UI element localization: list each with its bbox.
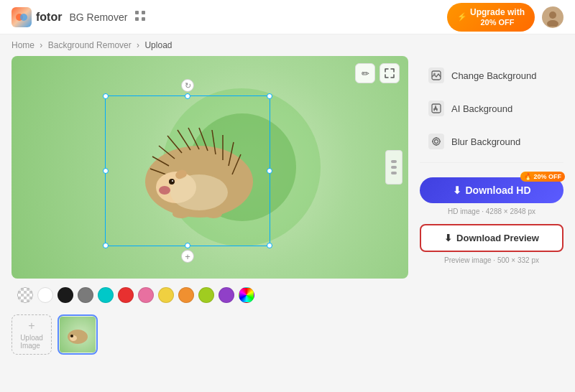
svg-rect-29 xyxy=(391,160,397,163)
pencil-tool-button[interactable]: ✏ xyxy=(355,63,375,83)
change-bg-label: Change Background xyxy=(451,70,537,81)
color-swatches xyxy=(12,284,408,306)
handle-mid-right[interactable] xyxy=(267,168,272,174)
logo[interactable]: fotor xyxy=(12,7,62,27)
logo-icon xyxy=(12,7,32,27)
svg-rect-30 xyxy=(391,166,397,169)
svg-point-7 xyxy=(549,11,556,19)
swatch-cyan[interactable] xyxy=(98,287,114,303)
swatch-transparent[interactable] xyxy=(17,287,33,303)
blur-bg-label: Blur Background xyxy=(451,136,520,147)
svg-point-36 xyxy=(433,73,436,75)
upload-label: UploadImage xyxy=(20,334,43,350)
ai-bg-icon xyxy=(428,101,444,116)
swatch-rainbow[interactable] xyxy=(239,287,254,303)
svg-rect-2 xyxy=(135,11,139,14)
grid-icon[interactable] xyxy=(134,10,146,24)
rotate-handle[interactable]: ↻ xyxy=(181,79,194,92)
thumbnail-preview xyxy=(60,317,96,353)
image-thumbnail[interactable] xyxy=(58,314,98,355)
bolt-icon: ⚡ xyxy=(457,12,467,22)
preview-image-info: Preview image · 500 × 332 px xyxy=(420,256,564,264)
swatch-yellow[interactable] xyxy=(158,287,174,303)
header: fotor BG Remover ⚡ Upgrade with 20% OFF xyxy=(0,0,575,34)
avatar[interactable] xyxy=(542,6,564,28)
header-right: ⚡ Upgrade with 20% OFF xyxy=(447,3,564,32)
handle-top-left[interactable] xyxy=(103,93,109,99)
swatch-gray[interactable] xyxy=(78,287,93,303)
svg-rect-3 xyxy=(142,11,145,14)
swatch-lime[interactable] xyxy=(198,287,214,303)
swatch-purple[interactable] xyxy=(218,287,234,303)
upload-image-button[interactable]: + UploadImage xyxy=(12,314,52,355)
handle-mid-left[interactable] xyxy=(103,168,109,174)
side-panel-indicator[interactable] xyxy=(385,150,402,185)
blur-background-option[interactable]: Blur Background xyxy=(420,126,564,157)
plus-icon: + xyxy=(28,319,34,332)
canvas-toolbar: ✏ xyxy=(355,63,400,83)
selection-box[interactable]: ↻ + xyxy=(105,95,270,246)
upgrade-button[interactable]: ⚡ Upgrade with 20% OFF xyxy=(447,3,535,32)
swatch-red[interactable] xyxy=(118,287,134,303)
right-panel: Change Background AI Background xyxy=(420,56,564,385)
expand-tool-button[interactable] xyxy=(380,63,400,83)
main-content: ↻ + ✏ xyxy=(0,56,575,392)
svg-point-38 xyxy=(433,138,440,145)
ai-background-option[interactable]: AI Background xyxy=(420,93,564,123)
handle-bottom-mid[interactable] xyxy=(185,243,190,248)
swatch-orange[interactable] xyxy=(178,287,194,303)
download-hd-button[interactable]: 🔥 20% OFF ⬇ Download HD xyxy=(420,177,564,203)
download-hd-label: Download HD xyxy=(466,185,531,196)
handle-top-mid[interactable] xyxy=(185,93,190,99)
logo-text: fotor xyxy=(36,11,62,24)
divider xyxy=(420,162,564,163)
swatch-white[interactable] xyxy=(37,287,53,303)
change-bg-icon xyxy=(428,67,444,83)
preview-download-icon: ⬇ xyxy=(444,233,452,243)
swatch-pink[interactable] xyxy=(138,287,154,303)
download-hd-badge: 🔥 20% OFF xyxy=(520,172,565,182)
handle-bottom-right[interactable] xyxy=(267,243,272,248)
svg-point-1 xyxy=(20,14,27,21)
svg-point-39 xyxy=(435,140,438,144)
thumbnail-strip: + UploadImage xyxy=(12,314,408,355)
download-preview-label: Download Preview xyxy=(456,233,539,243)
swatch-black[interactable] xyxy=(58,287,73,303)
svg-rect-5 xyxy=(142,17,145,21)
download-icon: ⬇ xyxy=(453,185,461,196)
handle-bottom-left[interactable] xyxy=(103,243,109,248)
blur-bg-icon xyxy=(428,134,444,149)
svg-rect-4 xyxy=(135,17,139,21)
breadcrumb-current: Upload xyxy=(144,40,172,50)
breadcrumb-home[interactable]: Home xyxy=(12,40,34,50)
tool-name: BG Remover xyxy=(69,11,127,23)
add-handle[interactable]: + xyxy=(181,250,194,263)
breadcrumb: Home › Background Remover › Upload xyxy=(0,34,575,56)
canvas-container: ↻ + ✏ xyxy=(12,56,408,279)
upgrade-text: Upgrade with 20% OFF xyxy=(470,7,525,27)
canvas-area: ↻ + ✏ xyxy=(12,56,408,385)
svg-rect-31 xyxy=(391,172,397,174)
download-preview-button[interactable]: ⬇ Download Preview xyxy=(420,224,564,252)
svg-point-34 xyxy=(70,335,73,337)
handle-top-right[interactable] xyxy=(267,93,272,99)
ai-bg-label: AI Background xyxy=(451,103,512,114)
change-background-option[interactable]: Change Background xyxy=(420,60,564,90)
hd-image-info: HD image · 4288 × 2848 px xyxy=(420,207,564,215)
header-left: fotor BG Remover xyxy=(12,7,146,27)
breadcrumb-bg-remover[interactable]: Background Remover xyxy=(48,40,132,50)
